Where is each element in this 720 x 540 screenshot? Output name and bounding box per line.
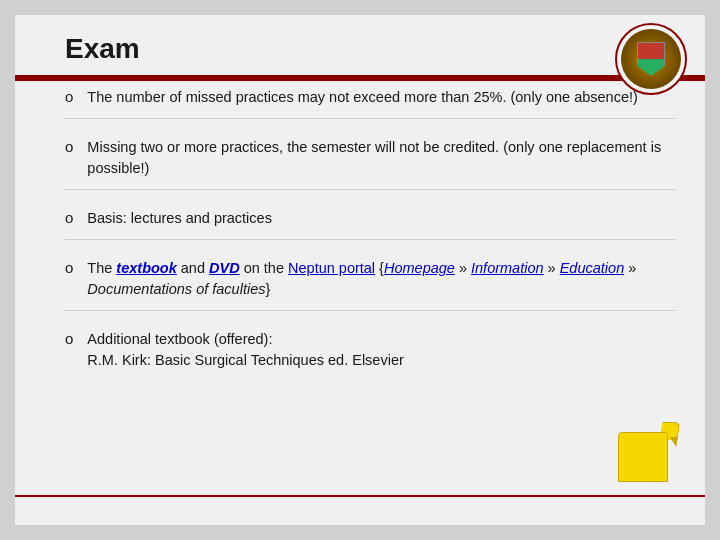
bullet-text-1: The number of missed practices may not e… [87,87,637,108]
bullet-text-5: Additional textbook (offered):R.M. Kirk:… [87,329,403,371]
bullet-marker-3: o [65,209,73,226]
header-divider [15,75,705,81]
title-area: Exam [65,33,595,65]
dvd-link[interactable]: DVD [209,260,240,276]
neptun-link[interactable]: Neptun portal [288,260,375,276]
slide: Exam o The number of missed practices ma… [15,15,705,525]
page-title: Exam [65,33,140,64]
bullet-marker-2: o [65,138,73,155]
education-link[interactable]: Education [560,260,625,276]
scroll-decoration [618,432,673,487]
bullet-marker-1: o [65,88,73,105]
logo-inner [621,29,681,89]
information-link[interactable]: Information [471,260,544,276]
content-area: o The number of missed practices may not… [65,87,675,475]
bullet-item-3: o Basis: lectures and practices [65,208,675,240]
bullet-text-4: The textbook and DVD on the Neptun porta… [87,258,675,300]
university-logo [615,23,687,95]
footer-divider [15,495,705,497]
bullet-item-4: o The textbook and DVD on the Neptun por… [65,258,675,311]
bullet-item-5: o Additional textbook (offered):R.M. Kir… [65,329,675,381]
bullet-marker-5: o [65,330,73,347]
bullet-text-3: Basis: lectures and practices [87,208,272,229]
logo-shield-icon [637,42,665,76]
scroll-body-icon [618,432,668,482]
homepage-link[interactable]: Homepage [384,260,455,276]
bullet-item-2: o Missing two or more practices, the sem… [65,137,675,190]
bullet-text-2: Missing two or more practices, the semes… [87,137,675,179]
bullet-marker-4: o [65,259,73,276]
textbook-link[interactable]: textbook [116,260,176,276]
bullet-item-1: o The number of missed practices may not… [65,87,675,119]
